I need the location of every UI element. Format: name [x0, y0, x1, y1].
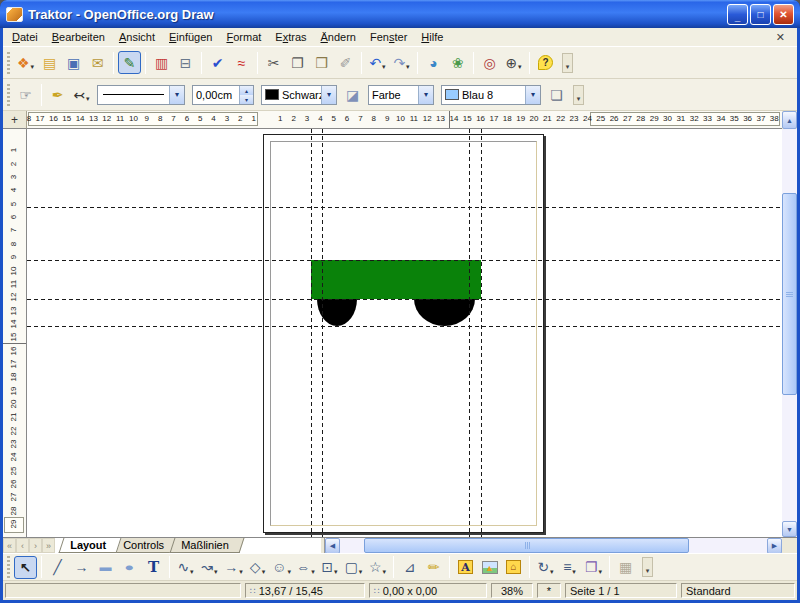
tab-nav-button-2[interactable]: ›	[29, 538, 42, 553]
spellcheck-icon[interactable]: ✔	[206, 51, 229, 74]
email-icon[interactable]: ✉	[86, 51, 109, 74]
toolbar-grip[interactable]	[7, 84, 10, 106]
glue-points-icon[interactable]: ✏	[422, 556, 445, 579]
line-width-spinner[interactable]: 0,00cm▴▾	[192, 85, 254, 105]
open-icon[interactable]: ▤	[38, 51, 61, 74]
lines-arrows-tool-icon[interactable]: →▾	[222, 556, 245, 579]
edit-file-icon[interactable]: ✎	[118, 51, 141, 74]
print-icon[interactable]: ⊟	[174, 51, 197, 74]
help-icon[interactable]: ?	[534, 51, 557, 74]
area-icon[interactable]: ◪	[341, 83, 364, 106]
gallery-icon[interactable]: ⌂	[502, 556, 525, 579]
chart-icon[interactable]: ◕	[422, 51, 445, 74]
fontwork-icon[interactable]: A	[454, 556, 477, 579]
status-zoom-cell[interactable]: 38%	[491, 583, 533, 598]
text-tool-icon[interactable]: T	[142, 556, 165, 579]
status-size-cell[interactable]: ∷ 0,00 x 0,00	[369, 583, 487, 598]
spin-down-button[interactable]: ▾	[240, 95, 253, 104]
rectangle-tool-icon[interactable]: ▬	[94, 556, 117, 579]
guide-line-horizontal[interactable]	[27, 260, 782, 261]
vertical-scrollbar-track[interactable]	[782, 129, 797, 521]
copy-icon[interactable]: ❐	[286, 51, 309, 74]
cut-icon[interactable]: ✂	[262, 51, 285, 74]
extrusion-icon[interactable]: ▦	[614, 556, 637, 579]
shadow-icon[interactable]: ❏	[545, 83, 568, 106]
menu-ndern[interactable]: Ändern	[314, 29, 363, 45]
ruler-origin-button[interactable]: +	[3, 111, 27, 129]
close-button[interactable]: ✕	[773, 4, 794, 25]
menu-hilfe[interactable]: Hilfe	[414, 29, 450, 45]
line-color-select-arrow[interactable]: ▾	[321, 86, 336, 104]
line-style-select-arrow[interactable]: ▾	[169, 86, 184, 104]
minimize-button[interactable]: _	[727, 4, 748, 25]
curve-tool-icon[interactable]: ∿▾	[174, 556, 197, 579]
status-position-cell[interactable]: ∷ 13,67 / 15,45	[245, 583, 365, 598]
arrow-tool-icon[interactable]: →	[70, 556, 93, 579]
line-dialog-icon[interactable]: ✒	[46, 83, 69, 106]
fill-style-select[interactable]: Farbe▾	[368, 85, 434, 105]
save-icon[interactable]: ▣	[62, 51, 85, 74]
guide-line-vertical[interactable]	[322, 129, 323, 537]
guide-line-vertical[interactable]	[311, 129, 312, 537]
horizontal-ruler[interactable]: 1817161514131211109876543211234567891011…	[27, 111, 782, 129]
scroll-down-button[interactable]: ▼	[782, 521, 797, 537]
format-paintbrush-icon[interactable]: ✐	[334, 51, 357, 74]
menu-einfgen[interactable]: Einfügen	[162, 29, 219, 45]
guide-line-vertical[interactable]	[481, 129, 482, 537]
fill-color-select-arrow[interactable]: ▾	[525, 86, 540, 104]
shape-trailer-body[interactable]	[311, 260, 481, 299]
horizontal-scrollbar-track[interactable]	[340, 538, 767, 553]
menu-extras[interactable]: Extras	[268, 29, 313, 45]
rotate-icon[interactable]: ↻▾	[534, 556, 557, 579]
fill-color-select[interactable]: Blau 8▾	[441, 85, 541, 105]
standard-toolbar-more-button[interactable]: ▾	[562, 53, 573, 73]
vertical-ruler[interactable]: 1234567891011121314151617181920212223242…	[3, 129, 27, 537]
menu-fenster[interactable]: Fenster	[363, 29, 414, 45]
tab-nav-button-3[interactable]: »	[42, 538, 55, 553]
connector-tool-icon[interactable]: ↝▾	[198, 556, 221, 579]
arrowheads-icon[interactable]: ↢▾	[70, 83, 93, 106]
insert-picture-icon[interactable]: ▲	[478, 556, 501, 579]
edit-points-button-icon[interactable]: ⊿	[398, 556, 421, 579]
tab-malinien[interactable]: Maßlinien	[170, 538, 245, 553]
guide-line-vertical[interactable]	[469, 129, 470, 537]
select-tool-icon[interactable]: ↖	[14, 556, 37, 579]
stars-icon[interactable]: ☆▾	[366, 556, 389, 579]
horizontal-scrollbar[interactable]: ◀ ▶	[325, 538, 782, 553]
spinner-buttons[interactable]: ▴▾	[239, 86, 253, 104]
guide-line-horizontal[interactable]	[27, 207, 782, 208]
undo-icon[interactable]: ↶▾	[366, 51, 389, 74]
flowchart-icon[interactable]: ⊡▾	[318, 556, 341, 579]
alignment-icon[interactable]: ≡▾	[558, 556, 581, 579]
vertical-scrollbar-thumb[interactable]	[782, 193, 797, 395]
maximize-button[interactable]: □	[750, 4, 771, 25]
guide-line-horizontal[interactable]	[27, 299, 782, 300]
line-color-select[interactable]: Schwarz▾	[261, 85, 337, 105]
toolbar-grip[interactable]	[7, 52, 10, 74]
arrange-icon[interactable]: ❐▾	[582, 556, 605, 579]
tab-layout[interactable]: Layout	[59, 538, 122, 553]
horizontal-scrollbar-thumb[interactable]	[364, 538, 689, 553]
edit-points-icon[interactable]: ☞	[14, 83, 37, 106]
app-icon[interactable]	[6, 7, 23, 22]
toolbar-grip[interactable]	[7, 556, 10, 578]
menu-ansicht[interactable]: Ansicht	[112, 29, 162, 45]
menu-datei[interactable]: Datei	[5, 29, 45, 45]
title-bar[interactable]: Traktor - OpenOffice.org Draw _ □ ✕	[0, 0, 800, 28]
tab-nav-button-0[interactable]: «	[3, 538, 16, 553]
block-arrows-icon[interactable]: ⇔▾	[294, 556, 317, 579]
scroll-right-button[interactable]: ▶	[767, 538, 782, 554]
new-icon[interactable]: ❖▾	[14, 51, 37, 74]
guide-line-horizontal[interactable]	[27, 326, 782, 327]
line-tool-icon[interactable]: ╱	[46, 556, 69, 579]
scroll-up-button[interactable]: ▲	[782, 111, 797, 129]
export-pdf-icon[interactable]: ▥	[150, 51, 173, 74]
menu-bearbeiten[interactable]: Bearbeiten	[45, 29, 112, 45]
basic-shapes-icon[interactable]: ◇▾	[246, 556, 269, 579]
tab-nav-button-1[interactable]: ‹	[16, 538, 29, 553]
redo-icon[interactable]: ↷▾	[390, 51, 413, 74]
vertical-scrollbar[interactable]: ▼	[782, 129, 797, 537]
document-close-button[interactable]: ✕	[766, 31, 795, 44]
scroll-left-button[interactable]: ◀	[325, 538, 340, 554]
canvas[interactable]	[27, 129, 782, 537]
